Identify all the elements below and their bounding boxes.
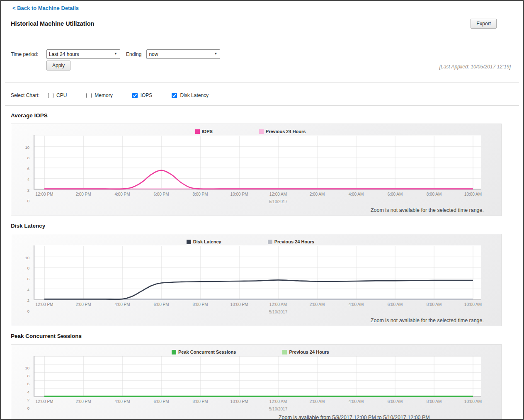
x-tick-label: 10:00 PM xyxy=(230,192,248,197)
average-iops-title: Average IOPS xyxy=(11,112,523,119)
disk-latency-series-label: Disk Latency xyxy=(193,239,221,244)
x-tick-label: 8:00 PM xyxy=(192,192,208,197)
select-chart-divider xyxy=(5,105,519,106)
peak-concurrent-sessions-swatch xyxy=(172,350,176,354)
x-axis-date-label: 5/10/2017 xyxy=(269,310,288,314)
disk-latency-panel: Disk Latency Previous 24 Hours 0246810 1… xyxy=(11,234,502,326)
average-iops-chart-plot xyxy=(34,135,481,190)
chart-option-memory: Memory xyxy=(86,92,112,98)
average-iops-section: Average IOPS IOPS Previous 24 Hours 0246… xyxy=(11,112,523,216)
average-iops-y-axis: 0246810 xyxy=(11,135,34,190)
disk-latency-checkbox-label[interactable]: Disk Latency xyxy=(180,92,209,98)
legend-item-previous-24-hours: Previous 24 Hours xyxy=(282,348,329,356)
peak-concurrent-sessions-x-axis: 12:00 PM2:00 PM4:00 PM6:00 PM8:00 PM10:0… xyxy=(11,399,501,405)
disk-latency-x-axis-date: 5/10/2017 xyxy=(11,310,501,315)
legend-item-iops: IOPS xyxy=(195,128,213,135)
page-header: < Back to Machine Details Historical Mac… xyxy=(1,1,523,29)
time-period-label: Time period: xyxy=(11,51,46,57)
x-tick-label: 12:00 PM xyxy=(36,192,53,197)
iops-checkbox[interactable] xyxy=(132,93,138,98)
x-tick-label: 2:00 AM xyxy=(310,192,325,197)
x-tick-label: 12:00 AM xyxy=(269,302,287,307)
y-tick-label: 4 xyxy=(27,390,29,394)
y-tick-label: 8 xyxy=(27,155,29,160)
historical-machine-utilization-page: < Back to Machine Details Historical Mac… xyxy=(0,0,524,420)
peak-concurrent-sessions-section: Peak Concurrent Sessions Peak Concurrent… xyxy=(11,333,523,420)
iops-series-swatch xyxy=(195,129,200,134)
x-tick-label: 8:00 PM xyxy=(192,302,208,307)
peak-concurrent-sessions-panel: Peak Concurrent Sessions Previous 24 Hou… xyxy=(11,344,502,420)
average-iops-x-axis: 12:00 PM2:00 PM4:00 PM6:00 PM8:00 PM10:0… xyxy=(11,192,501,197)
y-tick-label: 10 xyxy=(25,366,29,370)
page-title: Historical Machine Utilization xyxy=(11,20,94,27)
x-tick-label: 6:00 AM xyxy=(388,192,403,197)
y-tick-label: 10 xyxy=(25,255,29,260)
export-button[interactable]: Export xyxy=(471,19,497,29)
x-tick-label: 4:00 AM xyxy=(349,399,364,404)
filters-divider xyxy=(5,82,519,83)
cpu-checkbox-label[interactable]: CPU xyxy=(56,92,67,98)
average-iops-zoom-note: Zoom is not available for the selected t… xyxy=(11,207,501,213)
peak-concurrent-sessions-zoom-note: Zoom is available from 5/9/2017 12:00 PM… xyxy=(11,415,501,420)
previous-24-hours-label: Previous 24 Hours xyxy=(274,239,315,244)
x-tick-label: 6:00 PM xyxy=(153,399,169,404)
disk-latency-y-axis: 0246810 xyxy=(11,245,34,300)
x-tick-label: 4:00 AM xyxy=(349,192,364,197)
x-tick-label: 2:00 PM xyxy=(75,302,91,307)
previous-24-hours-swatch xyxy=(282,350,287,354)
peak-concurrent-sessions-y-axis: 0246810 xyxy=(11,356,34,397)
ending-select-wrap: now xyxy=(146,49,220,59)
chart-option-cpu: CPU xyxy=(48,92,67,98)
disk-latency-series-swatch xyxy=(187,240,191,244)
previous-24-hours-swatch xyxy=(259,129,264,134)
header-divider xyxy=(5,33,519,33)
x-tick-label: 8:00 AM xyxy=(427,192,442,197)
apply-button[interactable]: Apply xyxy=(46,61,70,70)
y-tick-label: 6 xyxy=(27,166,29,171)
average-iops-x-axis-date: 5/10/2017 xyxy=(11,199,501,204)
x-tick-label: 10:00 AM xyxy=(464,192,482,197)
y-tick-label: 6 xyxy=(27,381,29,386)
peak-concurrent-sessions-chart-plot[interactable] xyxy=(34,356,481,397)
average-iops-panel: IOPS Previous 24 Hours 0246810 12:00 PM2… xyxy=(11,124,502,216)
x-tick-label: 6:00 PM xyxy=(153,192,169,197)
x-tick-label: 10:00 AM xyxy=(464,399,482,404)
y-tick-label: 8 xyxy=(27,374,29,378)
previous-24-hours-label: Previous 24 Hours xyxy=(266,129,306,134)
x-tick-label: 4:00 AM xyxy=(349,302,364,307)
x-tick-label: 2:00 AM xyxy=(310,302,325,307)
disk-latency-title: Disk Latency xyxy=(11,223,523,229)
average-iops-legend: IOPS Previous 24 Hours xyxy=(5,124,495,135)
x-tick-label: 4:00 PM xyxy=(114,192,130,197)
back-to-machine-details-link[interactable]: < Back to Machine Details xyxy=(12,5,79,11)
x-tick-label: 2:00 AM xyxy=(310,399,325,404)
memory-checkbox-label[interactable]: Memory xyxy=(95,92,112,98)
peak-concurrent-sessions-x-axis-date: 5/10/2017 xyxy=(11,407,501,412)
chart-option-iops: IOPS xyxy=(132,92,153,98)
ending-select[interactable]: now xyxy=(146,49,220,59)
y-tick-label: 6 xyxy=(27,277,29,281)
x-tick-label: 4:00 PM xyxy=(114,302,130,307)
disk-latency-section: Disk Latency Disk Latency Previous 24 Ho… xyxy=(11,223,523,326)
y-tick-label: 4 xyxy=(27,287,29,292)
x-tick-label: 2:00 PM xyxy=(75,399,91,404)
time-period-select[interactable]: Last 24 hours xyxy=(46,49,120,59)
legend-item-previous-24-hours: Previous 24 Hours xyxy=(268,238,315,245)
iops-series-label: IOPS xyxy=(202,129,213,134)
disk-latency-zoom-note: Zoom is not available for the selected t… xyxy=(11,318,501,323)
x-axis-date-label: 5/10/2017 xyxy=(269,407,288,411)
legend-item-disk-latency: Disk Latency xyxy=(187,238,221,245)
x-tick-label: 10:00 PM xyxy=(230,399,248,404)
select-chart-label: Select Chart: xyxy=(11,92,48,98)
y-tick-label: 4 xyxy=(27,177,29,182)
cpu-checkbox[interactable] xyxy=(48,93,53,98)
disk-latency-x-axis: 12:00 PM2:00 PM4:00 PM6:00 PM8:00 PM10:0… xyxy=(11,302,501,308)
disk-latency-checkbox[interactable] xyxy=(172,93,177,98)
x-axis-date-label: 5/10/2017 xyxy=(269,199,288,204)
select-chart-row: Select Chart: CPU Memory IOPS Disk Laten… xyxy=(1,92,523,98)
iops-checkbox-label[interactable]: IOPS xyxy=(141,92,153,98)
x-tick-label: 8:00 PM xyxy=(192,399,208,404)
memory-checkbox[interactable] xyxy=(86,93,92,98)
peak-concurrent-sessions-title: Peak Concurrent Sessions xyxy=(11,333,523,339)
time-period-select-wrap: Last 24 hours xyxy=(46,49,120,59)
